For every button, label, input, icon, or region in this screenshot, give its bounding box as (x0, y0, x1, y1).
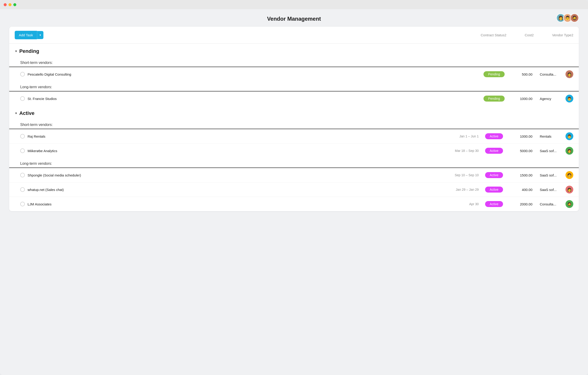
task-cost-t4: 5000.00 (509, 149, 532, 153)
status-badge-t4: Active (485, 148, 503, 154)
task-name-t4[interactable]: Miikerøbe Analytics (28, 149, 444, 153)
close-button[interactable] (4, 3, 7, 6)
group-header-pending[interactable]: ▼ Pending (9, 44, 579, 57)
task-status-t1[interactable]: Pending (482, 71, 507, 77)
task-status-t7[interactable]: Active (482, 201, 507, 207)
task-avatar-t6: 👩 (566, 186, 573, 193)
status-badge-t7: Active (485, 201, 503, 207)
task-row: Raj Rentals Jan 1 – Jun 1 Active 1000.00… (9, 129, 579, 144)
task-date-t5: Sep 10 – Sep 10 (447, 173, 479, 177)
task-avatar-t2: 👨 (566, 95, 573, 102)
task-row: Miikerøbe Analytics Mar 18 – Sep 30 Acti… (9, 144, 579, 158)
task-row: St. Francie Studios Pending 1000.00 Agen… (9, 91, 579, 106)
task-type-t5: SaaS sof... (535, 173, 563, 177)
task-cost-t5: 1500.00 (509, 173, 532, 177)
chevron-down-icon: ▼ (15, 112, 17, 115)
group-pending: ▼ Pending Short-term vendors: Pescatello… (9, 44, 579, 106)
task-checkbox-t2[interactable] (20, 96, 25, 101)
col-header-contract-status: Contract Status2 (481, 33, 506, 37)
task-avatar-t1: 👩 (566, 70, 573, 78)
status-badge-t2: Pending (483, 96, 504, 102)
task-row: LJM Associates Apr 30 Active 2000.00 Con… (9, 197, 579, 211)
subgroup-label-short-term-pending: Short-term vendors: (9, 57, 579, 67)
task-avatar-t7: 🧔 (566, 200, 573, 208)
task-date-t7: Apr 30 (447, 202, 479, 206)
task-type-t3: Rentals (535, 134, 563, 138)
task-checkbox-t7[interactable] (20, 202, 25, 206)
status-badge-t3: Active (485, 133, 503, 139)
group-active: ▼ Active Short-term vendors: Raj Rentals… (9, 106, 579, 211)
add-task-button[interactable]: Add Task (15, 31, 37, 39)
toolbar: Add Task ▾ Contract Status2 Cost2 Vendor… (9, 27, 579, 44)
avatar-3[interactable]: 🧔 (570, 13, 579, 22)
subgroup-long-term-active: Long-term vendors: Shpongle (Social medi… (9, 158, 579, 211)
task-type-t6: SaaS sof... (535, 188, 563, 192)
subgroup-short-term-active: Short-term vendors: Raj Rentals Jan 1 – … (9, 119, 579, 158)
task-name-t3[interactable]: Raj Rentals (28, 134, 444, 138)
task-status-t3[interactable]: Active (482, 133, 507, 139)
group-title-active: Active (19, 110, 34, 116)
chevron-down-icon: ▼ (15, 50, 17, 53)
titlebar (0, 0, 588, 9)
task-status-t2[interactable]: Pending (482, 96, 507, 102)
task-name-t7[interactable]: LJM Associates (28, 202, 444, 206)
task-type-t2: Agency (535, 97, 563, 101)
maximize-button[interactable] (13, 3, 16, 6)
task-checkbox-t3[interactable] (20, 134, 25, 139)
task-avatar-t4: 👩 (566, 147, 573, 155)
task-date-t4: Mar 18 – Sep 30 (447, 149, 479, 153)
task-checkbox-t6[interactable] (20, 187, 25, 192)
col-header-cost: Cost2 (525, 33, 534, 37)
main-card: Add Task ▾ Contract Status2 Cost2 Vendor… (9, 27, 579, 211)
task-cost-t2: 1000.00 (509, 97, 532, 101)
task-name-t2[interactable]: St. Francie Studios (28, 97, 444, 101)
status-badge-t6: Active (485, 187, 503, 193)
task-row: whatup.net (Sales chat) Jan 29 – Jan 29 … (9, 182, 579, 197)
task-avatar-t5: 🧑 (566, 171, 573, 179)
task-status-t4[interactable]: Active (482, 148, 507, 154)
group-header-active[interactable]: ▼ Active (9, 106, 579, 119)
column-headers: Contract Status2 Cost2 Vendor Type2 (481, 33, 573, 37)
task-date-t6: Jan 29 – Jan 29 (447, 188, 479, 191)
task-status-t6[interactable]: Active (482, 187, 507, 193)
col-header-vendor-type: Vendor Type2 (552, 33, 573, 37)
task-date-t3: Jan 1 – Jun 1 (447, 134, 479, 138)
task-name-t6[interactable]: whatup.net (Sales chat) (28, 188, 444, 192)
minimize-button[interactable] (9, 3, 11, 6)
subgroup-label-long-term-pending: Long-term vendors: (9, 81, 579, 91)
subgroup-long-term-pending: Long-term vendors: St. Francie Studios P… (9, 81, 579, 106)
task-checkbox-t5[interactable] (20, 173, 25, 177)
status-badge-t1: Pending (483, 71, 504, 77)
subgroup-label-short-term-active: Short-term vendors: (9, 119, 579, 129)
subgroup-short-term-pending: Short-term vendors: Pescatello Digital C… (9, 57, 579, 81)
page-title: Vendor Management (267, 16, 321, 22)
task-cost-t3: 1000.00 (509, 134, 532, 138)
task-type-t4: SaaS sof... (535, 149, 563, 153)
page-header: Vendor Management 👩 👨 🧔 (0, 9, 588, 27)
status-badge-t5: Active (485, 172, 503, 178)
add-task-dropdown-button[interactable]: ▾ (37, 31, 43, 39)
group-title-pending: Pending (19, 48, 39, 54)
task-status-t5[interactable]: Active (482, 172, 507, 178)
task-row: Shpongle (Social media scheduler) Sep 10… (9, 168, 579, 182)
subgroup-label-long-term-active: Long-term vendors: (9, 158, 579, 168)
task-cost-t1: 500.00 (509, 72, 532, 76)
task-checkbox-t4[interactable] (20, 149, 25, 153)
task-cost-t6: 400.00 (509, 188, 532, 192)
task-avatar-t3: 👨 (566, 132, 573, 140)
header-avatars: 👩 👨 🧔 (556, 13, 579, 22)
task-checkbox-t1[interactable] (20, 72, 25, 76)
app-window: Vendor Management 👩 👨 🧔 Add Task ▾ Contr… (0, 0, 588, 375)
task-type-t7: Consulta... (535, 202, 563, 206)
task-type-t1: Consulta... (535, 72, 563, 76)
task-cost-t7: 2000.00 (509, 202, 532, 206)
task-row: Pescatello Digital Consulting Pending 50… (9, 67, 579, 81)
task-name-t5[interactable]: Shpongle (Social media scheduler) (28, 173, 444, 177)
task-name-t1[interactable]: Pescatello Digital Consulting (28, 72, 444, 76)
